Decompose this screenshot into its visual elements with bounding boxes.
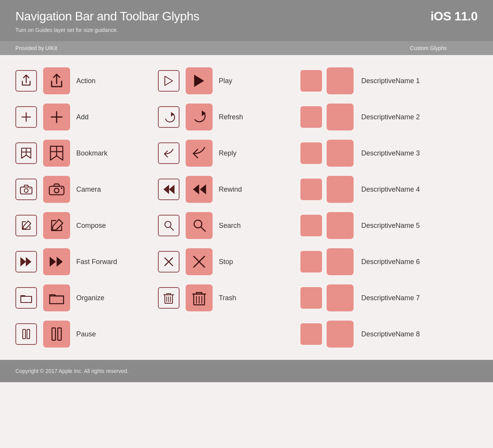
custom-icon-small-4 xyxy=(300,179,322,200)
reply-row: Reply xyxy=(158,135,300,171)
bookmark-label: Bookmark xyxy=(76,149,107,157)
add-label: Add xyxy=(76,113,89,121)
version-label: iOS 11.0 xyxy=(431,9,478,23)
refresh-label: Refresh xyxy=(219,113,243,121)
rewind-label: Rewind xyxy=(219,186,242,194)
footer-text: Copyright © 2017 Apple Inc. All rights r… xyxy=(15,368,129,374)
camera-label: Camera xyxy=(76,186,101,194)
custom-column: DescriptiveName 1 DescriptiveName 2 Desc… xyxy=(300,63,478,352)
organize-row: Organize xyxy=(15,280,158,316)
action-label: Action xyxy=(76,77,96,85)
custom-label-5: DescriptiveName 5 xyxy=(361,222,420,230)
middle-column: Play Refresh xyxy=(158,63,300,352)
trash-label: Trash xyxy=(219,294,236,302)
camera-icon-large xyxy=(43,176,70,203)
trash-row: Trash xyxy=(158,280,300,316)
custom-label-7: DescriptiveName 7 xyxy=(361,294,420,302)
stop-icon-large xyxy=(186,248,213,275)
page-title: Navigation Bar and Toolbar Glyphs xyxy=(15,9,199,23)
play-icon-small xyxy=(158,70,179,92)
stop-row: Stop xyxy=(158,244,300,280)
custom-label-8: DescriptiveName 8 xyxy=(361,330,420,338)
custom-row-6: DescriptiveName 6 xyxy=(300,244,478,280)
uikit-column: Action Add xyxy=(15,63,158,352)
header-subtitle: Turn on Guides layer set for size guidan… xyxy=(15,27,118,33)
custom-label-1: DescriptiveName 1 xyxy=(361,77,420,85)
compose-row: Compose xyxy=(15,207,158,244)
svg-point-9 xyxy=(24,189,28,192)
custom-icon-large-5 xyxy=(327,212,354,239)
custom-icon-large-1 xyxy=(327,67,354,94)
svg-marker-22 xyxy=(165,76,173,85)
reply-icon-small xyxy=(158,142,179,164)
add-row: Add xyxy=(15,99,158,135)
custom-section-label: Custom Glyphs xyxy=(410,45,478,51)
fastforward-row: Fast Forward xyxy=(15,244,158,280)
search-label: Search xyxy=(219,222,241,230)
organize-label: Organize xyxy=(76,294,104,302)
action-row: Action xyxy=(15,63,158,99)
svg-marker-24 xyxy=(171,112,174,117)
custom-icon-large-7 xyxy=(327,284,354,311)
header: Navigation Bar and Toolbar Glyphs iOS 11… xyxy=(0,0,493,41)
compose-label: Compose xyxy=(76,222,106,230)
custom-icon-small-2 xyxy=(300,106,322,128)
refresh-row: Refresh xyxy=(158,99,300,135)
svg-marker-16 xyxy=(50,257,56,267)
section-labels: Provided by UIKit Custom Glyphs xyxy=(0,41,493,55)
play-label: Play xyxy=(219,77,232,85)
custom-icon-large-6 xyxy=(327,248,354,275)
svg-marker-15 xyxy=(26,258,31,266)
camera-icon-small xyxy=(15,179,37,200)
custom-label-4: DescriptiveName 4 xyxy=(361,186,420,194)
svg-rect-21 xyxy=(58,328,61,340)
svg-marker-26 xyxy=(169,186,174,193)
bookmark-row: Bookmark xyxy=(15,135,158,171)
custom-icon-large-8 xyxy=(327,321,354,348)
svg-point-30 xyxy=(165,221,171,227)
custom-row-8: DescriptiveName 8 xyxy=(300,316,478,352)
svg-point-10 xyxy=(30,188,31,189)
compose-icon-small xyxy=(15,215,37,236)
custom-icon-large-4 xyxy=(327,176,354,203)
custom-label-2: DescriptiveName 2 xyxy=(361,113,420,121)
custom-icon-large-2 xyxy=(327,104,354,130)
svg-line-33 xyxy=(201,227,205,231)
main-content: Action Add xyxy=(0,55,493,360)
custom-icon-large-3 xyxy=(327,140,354,167)
custom-label-6: DescriptiveName 6 xyxy=(361,258,420,266)
svg-marker-29 xyxy=(193,184,199,194)
rewind-row: Rewind xyxy=(158,171,300,207)
stop-icon-small xyxy=(158,251,179,272)
reply-label: Reply xyxy=(219,149,236,157)
svg-marker-23 xyxy=(194,75,204,87)
fastforward-label: Fast Forward xyxy=(76,258,117,266)
action-icon-large xyxy=(43,67,70,94)
add-icon-small xyxy=(15,106,37,128)
organize-icon-small xyxy=(15,287,37,309)
custom-icon-small-7 xyxy=(300,287,322,309)
action-icon-small xyxy=(15,70,37,92)
svg-marker-17 xyxy=(57,257,63,267)
custom-row-5: DescriptiveName 5 xyxy=(300,207,478,244)
custom-icon-small-1 xyxy=(300,70,322,92)
rewind-icon-large xyxy=(186,176,213,203)
bookmark-icon-small xyxy=(15,142,37,164)
search-icon-small xyxy=(158,215,179,236)
svg-rect-19 xyxy=(27,329,30,339)
custom-icon-small-8 xyxy=(300,323,322,345)
svg-point-13 xyxy=(61,187,62,189)
custom-icon-small-6 xyxy=(300,251,322,272)
play-icon-large xyxy=(186,67,213,94)
svg-rect-18 xyxy=(23,329,25,339)
search-row: Search xyxy=(158,207,300,244)
fastforward-icon-small xyxy=(15,251,37,272)
svg-marker-14 xyxy=(21,258,25,266)
custom-row-2: DescriptiveName 2 xyxy=(300,99,478,135)
svg-marker-28 xyxy=(200,184,206,194)
svg-marker-27 xyxy=(164,186,169,193)
fastforward-icon-large xyxy=(43,248,70,275)
refresh-icon-large xyxy=(186,104,213,130)
custom-icon-small-3 xyxy=(300,142,322,164)
pause-label: Pause xyxy=(76,330,96,338)
